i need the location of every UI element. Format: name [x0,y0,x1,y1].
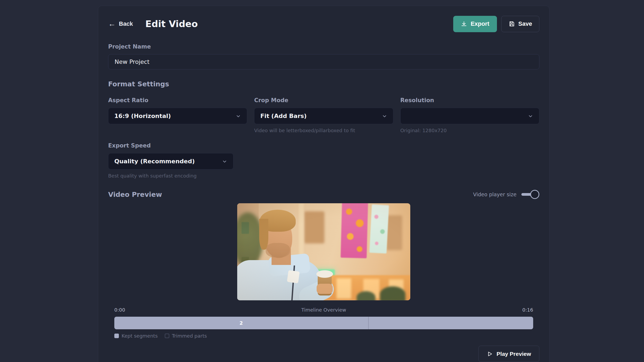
timeline-end-time: 0:16 [522,307,533,313]
format-settings-grid: Aspect Ratio 16:9 (Horizontal) Crop Mode… [108,97,539,179]
export-speed-select[interactable]: Quality (Recommended) [108,153,233,169]
video-preview-stage [237,203,410,300]
resolution-field: Resolution Original: 1280x720 [400,97,539,133]
chevron-down-icon [222,159,227,164]
aspect-ratio-label: Aspect Ratio [108,97,247,104]
chevron-down-icon [528,113,533,119]
export-speed-field: Export Speed Quality (Recommended) Best … [108,142,247,179]
player-size-control: Video player size [473,190,539,199]
back-button[interactable]: ← Back [108,20,133,28]
trimmed-parts-label: Trimmed parts [172,333,207,339]
save-label: Save [518,20,532,27]
export-speed-value: Quality (Recommended) [114,158,195,165]
aspect-ratio-select[interactable]: 16:9 (Horizontal) [108,108,247,124]
back-label: Back [119,20,133,27]
download-icon [461,21,467,27]
timeline-bar[interactable]: 2 [114,317,533,329]
project-name-input[interactable] [108,54,539,69]
crop-mode-value: Fit (Add Bars) [260,113,307,119]
timeline-section: 0:00 Timeline Overview 0:16 2 Kept segme… [108,307,539,339]
play-preview-row: Play Preview [108,346,539,362]
edit-video-panel: ← Back Edit Video Export Save Project Na… [98,6,550,362]
play-icon [487,351,493,357]
video-frame[interactable] [237,203,410,300]
resolution-label: Resolution [400,97,539,104]
export-button[interactable]: Export [453,16,497,32]
trimmed-parts-swatch [165,334,169,338]
resolution-hint: Original: 1280x720 [400,128,539,133]
timeline-legend: Kept segments Trimmed parts [114,333,533,339]
video-art-vignette [237,203,410,300]
video-preview-heading: Video Preview [108,191,162,198]
aspect-ratio-value: 16:9 (Horizontal) [114,113,171,119]
play-preview-button[interactable]: Play Preview [478,346,539,362]
kept-segments-label: Kept segments [122,333,158,339]
crop-mode-field: Crop Mode Fit (Add Bars) Video will be l… [254,97,393,133]
crop-mode-hint: Video will be letterboxed/pillarboxed to… [254,128,393,133]
crop-mode-select[interactable]: Fit (Add Bars) [254,108,393,124]
export-label: Export [471,20,489,27]
header: ← Back Edit Video Export Save [108,16,539,32]
resolution-select[interactable] [400,108,539,124]
timeline-segment[interactable] [369,317,533,329]
timeline-segment[interactable]: 2 [114,317,369,329]
timeline-title: Timeline Overview [125,307,522,313]
export-speed-label: Export Speed [108,142,247,149]
player-size-slider[interactable] [521,190,539,199]
aspect-ratio-field: Aspect Ratio 16:9 (Horizontal) [108,97,247,133]
play-preview-label: Play Preview [497,351,531,357]
legend-trimmed-parts: Trimmed parts [165,333,207,339]
timeline-times: 0:00 Timeline Overview 0:16 [114,307,533,313]
page-title: Edit Video [145,19,198,29]
chevron-down-icon [236,113,241,119]
legend-kept-segments: Kept segments [114,333,158,339]
slider-knob[interactable] [530,190,539,199]
timeline-start-time: 0:00 [114,307,125,313]
player-size-label: Video player size [473,191,517,197]
save-icon [508,21,515,27]
format-settings-heading: Format Settings [108,80,539,88]
project-name-label: Project Name [108,43,539,50]
kept-segments-swatch [114,334,119,338]
arrow-left-icon: ← [108,20,116,28]
crop-mode-label: Crop Mode [254,97,393,104]
project-name-field: Project Name [108,43,539,69]
chevron-down-icon [382,113,387,119]
video-preview-header: Video Preview Video player size [108,190,539,199]
save-button[interactable]: Save [501,16,539,32]
export-speed-hint: Best quality with superfast encoding [108,173,247,179]
